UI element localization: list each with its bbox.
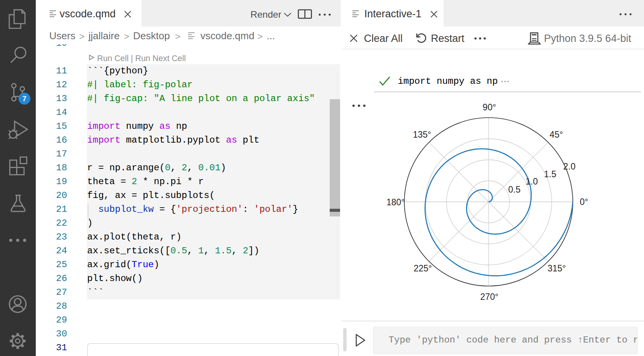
svg-text:180°: 180° (386, 197, 405, 207)
svg-text:0.5: 0.5 (508, 185, 521, 195)
svg-text:315°: 315° (547, 263, 566, 273)
svg-text:90°: 90° (483, 102, 496, 112)
svg-text:1.0: 1.0 (526, 176, 538, 186)
svg-text:135°: 135° (413, 130, 431, 140)
svg-text:1.5: 1.5 (544, 169, 556, 179)
svg-text:0°: 0° (580, 197, 588, 207)
svg-text:225°: 225° (414, 263, 432, 273)
svg-text:270°: 270° (480, 292, 499, 302)
svg-text:2.0: 2.0 (563, 161, 576, 171)
svg-text:45°: 45° (550, 130, 563, 140)
